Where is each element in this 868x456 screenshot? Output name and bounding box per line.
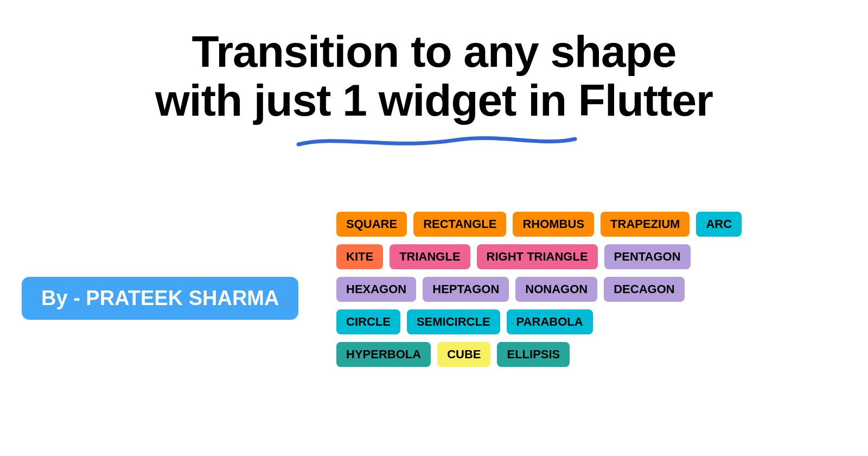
chip-heptagon[interactable]: HEPTAGON	[423, 277, 509, 302]
shape-row-1: KITETRIANGLERIGHT TRIANGLEPENTAGON	[336, 244, 691, 269]
chip-nonagon[interactable]: NONAGON	[515, 277, 597, 302]
chip-decagon[interactable]: DECAGON	[604, 277, 684, 302]
author-text: By - PRATEEK SHARMA	[41, 287, 279, 310]
chip-semicircle[interactable]: SEMICIRCLE	[407, 309, 500, 334]
chip-hyperbola[interactable]: HYPERBOLA	[336, 342, 431, 367]
title-line1: Transition to any shape	[0, 27, 868, 76]
chip-rectangle[interactable]: RECTANGLE	[413, 212, 506, 237]
chip-arc[interactable]: ARC	[696, 212, 742, 237]
shape-row-3: CIRCLESEMICIRCLEPARABOLA	[336, 309, 593, 334]
chip-square[interactable]: SQUARE	[336, 212, 407, 237]
chip-right-triangle[interactable]: RIGHT TRIANGLE	[477, 244, 598, 269]
chip-hexagon[interactable]: HEXAGON	[336, 277, 416, 302]
chip-parabola[interactable]: PARABOLA	[507, 309, 593, 334]
title-line2: with just 1 widget in Flutter	[0, 76, 868, 125]
underline-svg	[282, 129, 586, 151]
chip-ellipsis[interactable]: ELLIPSIS	[497, 342, 570, 367]
main-title: Transition to any shape with just 1 widg…	[0, 0, 868, 125]
shapes-area: SQUARERECTANGLERHOMBUSTRAPEZIUMARCKITETR…	[336, 212, 857, 367]
shape-row-0: SQUARERECTANGLERHOMBUSTRAPEZIUMARC	[336, 212, 742, 237]
chip-pentagon[interactable]: PENTAGON	[604, 244, 691, 269]
chip-kite[interactable]: KITE	[336, 244, 383, 269]
author-badge: By - PRATEEK SHARMA	[22, 277, 298, 320]
chip-circle[interactable]: CIRCLE	[336, 309, 400, 334]
chip-trapezium[interactable]: TRAPEZIUM	[601, 212, 690, 237]
shape-row-4: HYPERBOLACUBEELLIPSIS	[336, 342, 570, 367]
chip-triangle[interactable]: TRIANGLE	[390, 244, 470, 269]
chip-cube[interactable]: CUBE	[437, 342, 490, 367]
chip-rhombus[interactable]: RHOMBUS	[513, 212, 594, 237]
shape-row-2: HEXAGONHEPTAGONNONAGONDECAGON	[336, 277, 685, 302]
underline-decoration	[0, 129, 868, 151]
